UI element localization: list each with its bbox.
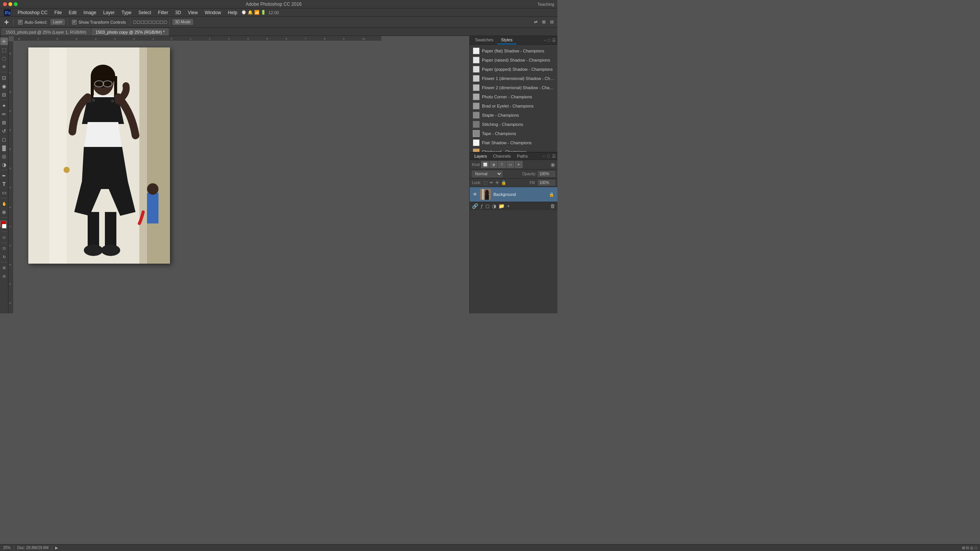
background-color[interactable] bbox=[2, 224, 7, 228]
extra-btn-2[interactable]: ⊟ bbox=[0, 272, 8, 280]
menu-edit[interactable]: Edit bbox=[65, 9, 80, 16]
tab-photo-copy[interactable]: 1503_photo copy @ 25% (RGB/8#) * bbox=[91, 28, 169, 36]
new-layer-btn[interactable]: + bbox=[507, 203, 510, 209]
menu-3d[interactable]: 3D bbox=[172, 9, 184, 16]
style-item[interactable]: Stitching - Champions bbox=[470, 120, 557, 129]
tab-paths[interactable]: Paths bbox=[514, 153, 531, 160]
crop-tool[interactable]: ⊡ bbox=[0, 74, 8, 82]
pen-tool[interactable]: ✒ bbox=[0, 172, 8, 179]
tab-photo-psd[interactable]: 1503_photo.psd @ 25% (Layer 1, RGB/8#) bbox=[2, 28, 91, 36]
style-item[interactable]: Flower 2 (dimerional) Shadow - Champions bbox=[470, 83, 557, 92]
window-controls[interactable] bbox=[0, 2, 21, 6]
style-item[interactable]: Paper (popped) Shadow - Champions bbox=[470, 65, 557, 74]
photo-document[interactable] bbox=[28, 47, 170, 264]
opacity-input[interactable] bbox=[538, 171, 555, 177]
dodge-tool[interactable]: ◑ bbox=[0, 161, 8, 168]
menu-file[interactable]: File bbox=[51, 9, 65, 16]
layers-panel-btn-minus[interactable]: − bbox=[542, 154, 545, 159]
layers-panel-btn-menu[interactable]: ☰ bbox=[552, 154, 556, 159]
tab-channels[interactable]: Channels bbox=[490, 153, 514, 160]
style-item[interactable]: Staple - Champions bbox=[470, 111, 557, 120]
menu-help[interactable]: Help bbox=[225, 9, 240, 16]
menu-view[interactable]: View bbox=[185, 9, 201, 16]
styles-list[interactable]: Paper (flat) Shadow - Champions Paper (r… bbox=[470, 45, 557, 152]
style-item[interactable]: Paper (flat) Shadow - Champions bbox=[470, 46, 557, 55]
show-transform-controls[interactable]: Show Transform Controls bbox=[70, 19, 127, 25]
blend-mode-select[interactable]: Normal Multiply Screen bbox=[472, 171, 503, 177]
heal-tool[interactable]: ✦ bbox=[0, 102, 8, 109]
tab-styles[interactable]: Styles bbox=[497, 36, 516, 44]
menu-image[interactable]: Image bbox=[80, 9, 99, 16]
panel-minimize-btn[interactable]: − bbox=[544, 38, 546, 43]
menu-photoshop[interactable]: Photoshop CC bbox=[15, 9, 51, 16]
hand-tool[interactable]: ✋ bbox=[0, 200, 8, 207]
panel-menu-btn[interactable]: ☰ bbox=[552, 38, 556, 43]
gradient-tool[interactable]: ▓ bbox=[0, 144, 8, 152]
quick-mask-mode[interactable]: ◱ bbox=[0, 233, 8, 241]
maximize-button[interactable] bbox=[14, 2, 18, 6]
style-item[interactable]: Flower 1 (dimensional) Shadow - Champion… bbox=[470, 74, 557, 83]
clone-tool[interactable]: ⊞ bbox=[0, 119, 8, 126]
lock-all-icon[interactable]: 🔒 bbox=[501, 180, 506, 185]
distribute-icon[interactable]: ⊟ bbox=[549, 19, 555, 25]
delete-layer-btn[interactable]: 🗑 bbox=[550, 203, 555, 209]
layer-background[interactable]: 👁 Background 🔒 bbox=[470, 187, 557, 202]
blur-tool[interactable]: ◎ bbox=[0, 152, 8, 160]
lock-position-icon[interactable]: ✛ bbox=[495, 180, 499, 185]
lock-transparent-icon[interactable]: ⬚ bbox=[483, 180, 487, 185]
menu-filter[interactable]: Filter bbox=[155, 9, 172, 16]
lock-image-icon[interactable]: ✏ bbox=[490, 180, 493, 185]
layers-filter-toggle[interactable]: ◉ bbox=[550, 161, 555, 168]
text-tool[interactable]: T bbox=[0, 180, 8, 188]
layers-panel-btn-box[interactable]: □ bbox=[547, 154, 550, 159]
fill-input[interactable] bbox=[538, 180, 555, 186]
style-item[interactable]: Tape - Champions bbox=[470, 129, 557, 138]
menu-layer[interactable]: Layer bbox=[100, 9, 118, 16]
filter-kind-smart[interactable]: ✦ bbox=[515, 161, 523, 168]
minimize-button[interactable] bbox=[8, 2, 12, 6]
layer-visibility-icon[interactable]: 👁 bbox=[473, 192, 477, 197]
brush-tool[interactable]: ✏ bbox=[0, 110, 8, 118]
canvas-area[interactable]: -8 -7 -6 -5 -4 -3 -2 -1 0 1 2 3 4 5 6 7 … bbox=[8, 36, 469, 313]
shape-tool[interactable]: ▭ bbox=[0, 189, 8, 196]
arrange-icon[interactable]: ⇌ bbox=[532, 19, 539, 25]
color-selector[interactable] bbox=[0, 221, 8, 230]
style-item[interactable]: Photo Corner - Champions bbox=[470, 92, 557, 101]
close-button[interactable] bbox=[3, 2, 7, 6]
menu-window[interactable]: Window bbox=[202, 9, 224, 16]
menu-select[interactable]: Select bbox=[135, 9, 154, 16]
tab-swatches[interactable]: Swatches bbox=[471, 36, 497, 44]
style-item[interactable]: Paper (raised) Shadow - Champions bbox=[470, 55, 557, 65]
panel-expand-btn[interactable]: □ bbox=[548, 38, 550, 43]
history-brush[interactable]: ↺ bbox=[0, 127, 8, 135]
workspace-selector[interactable]: Teaching bbox=[527, 2, 557, 7]
eyedropper-tool[interactable]: ◉ bbox=[0, 82, 8, 90]
new-group-btn[interactable]: 📁 bbox=[498, 203, 505, 209]
align-icon[interactable]: ⊞ bbox=[541, 19, 547, 25]
magic-wand-tool[interactable]: ✳ bbox=[0, 63, 8, 70]
autoselect-dropdown[interactable]: Layer bbox=[51, 19, 65, 25]
filter-kind-pixel[interactable]: ⬜ bbox=[481, 161, 489, 168]
filter-kind-shape[interactable]: ▭ bbox=[506, 161, 514, 168]
filter-kind-type[interactable]: T bbox=[498, 161, 506, 168]
link-layers-btn[interactable]: 🔗 bbox=[472, 203, 478, 209]
filter-kind-adjust[interactable]: ◑ bbox=[490, 161, 497, 168]
screen-mode[interactable]: ⊡ bbox=[0, 245, 8, 252]
autoselect-check[interactable] bbox=[18, 20, 23, 24]
extra-btn-1[interactable]: ⊞ bbox=[0, 264, 8, 272]
style-item[interactable]: Flair Shadow - Champions bbox=[470, 138, 557, 147]
lasso-tool[interactable]: ◌ bbox=[0, 54, 8, 62]
style-item[interactable]: Chipboard - Champions bbox=[470, 147, 557, 152]
new-adjustment-btn[interactable]: ◑ bbox=[492, 203, 496, 209]
marquee-tool[interactable]: ⬚ bbox=[0, 46, 8, 54]
eraser-tool[interactable]: ◻ bbox=[0, 135, 8, 143]
zoom-tool[interactable]: ⊕ bbox=[0, 208, 8, 216]
3d-mode-btn[interactable]: 3D Mode bbox=[173, 19, 193, 25]
autoselect-checkbox[interactable]: Auto-Select: bbox=[16, 19, 49, 25]
move-tool[interactable]: ✛ bbox=[0, 37, 8, 45]
tab-layers[interactable]: Layers bbox=[471, 153, 490, 160]
transform-check[interactable] bbox=[72, 20, 77, 24]
ruler-tool[interactable]: ⊟ bbox=[0, 91, 8, 98]
menu-type[interactable]: Type bbox=[118, 9, 134, 16]
rotate-view[interactable]: ↻ bbox=[0, 253, 8, 261]
